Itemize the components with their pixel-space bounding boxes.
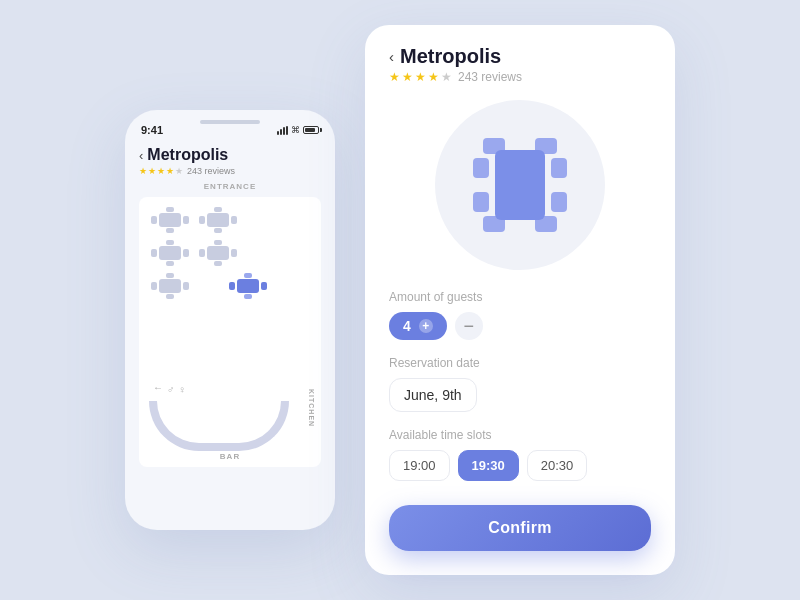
back-row: ‹ Metropolis <box>139 146 321 164</box>
time-slots-label: Available time slots <box>389 428 651 442</box>
phone-notch <box>200 120 260 124</box>
table-unit[interactable] <box>151 273 189 299</box>
star-3: ★ <box>157 166 165 176</box>
table-unit[interactable] <box>199 207 237 233</box>
plus-label: + <box>422 319 429 333</box>
star-1: ★ <box>139 166 147 176</box>
star-5: ★ <box>175 166 183 176</box>
entrance-label: ENTRANCE <box>139 182 321 191</box>
chair-icon <box>214 228 222 233</box>
right-panel: ‹ Metropolis ★ ★ ★ ★ ★ 243 reviews <box>365 25 675 575</box>
restroom-icon: ♀ <box>179 384 187 395</box>
chair-icon <box>214 207 222 212</box>
right-stars-row: ★ ★ ★ ★ ★ 243 reviews <box>389 70 651 84</box>
reviews-left: 243 reviews <box>187 166 235 176</box>
table-icon <box>237 279 259 293</box>
table-row-2 <box>151 240 309 266</box>
table-illustration <box>389 100 651 270</box>
table-unit[interactable] <box>151 207 189 233</box>
signal-icon <box>277 126 288 135</box>
restroom-icons: ♂ ♀ <box>167 384 186 395</box>
table-icon <box>159 246 181 260</box>
table-circle <box>435 100 605 270</box>
status-bar: 9:41 ⌘ <box>125 110 335 140</box>
chair-icon <box>551 158 567 178</box>
restroom-icon: ♂ <box>167 384 175 395</box>
phone-icons: ⌘ <box>277 125 319 135</box>
venue-title-left: Metropolis <box>147 146 228 164</box>
table-main <box>495 150 545 220</box>
guests-label: Amount of guests <box>389 290 651 304</box>
tables-area <box>147 205 313 301</box>
plus-icon[interactable]: + <box>419 319 433 333</box>
star-3: ★ <box>415 70 426 84</box>
chair-icon <box>166 228 174 233</box>
guests-control: 4 + − <box>389 312 651 340</box>
chair-icon <box>214 240 222 245</box>
chair-icon <box>151 249 157 257</box>
chair-icon <box>199 216 205 224</box>
time-slot-1900[interactable]: 19:00 <box>389 450 450 481</box>
chair-icon <box>199 249 205 257</box>
table-icon <box>159 279 181 293</box>
chair-icon <box>244 273 252 278</box>
chair-icon <box>214 261 222 266</box>
chair-icon <box>183 216 189 224</box>
star-2: ★ <box>148 166 156 176</box>
right-stars: ★ ★ ★ ★ ★ <box>389 70 452 84</box>
star-4: ★ <box>166 166 174 176</box>
chair-icon <box>473 192 489 212</box>
chair-icon <box>551 192 567 212</box>
battery-icon <box>303 126 319 134</box>
chair-icon <box>166 294 174 299</box>
chair-icon <box>166 240 174 245</box>
date-input[interactable]: June, 9th <box>389 378 477 412</box>
bar-curve <box>149 401 289 451</box>
table-icon <box>207 246 229 260</box>
confirm-button[interactable]: Confirm <box>389 505 651 551</box>
chair-icon <box>151 216 157 224</box>
table-unit[interactable] <box>151 240 189 266</box>
time-slot-1930[interactable]: 19:30 <box>458 450 519 481</box>
minus-label: − <box>464 317 475 335</box>
chair-icon <box>231 216 237 224</box>
time-slots: 19:00 19:30 20:30 <box>389 450 651 481</box>
guest-count-value: 4 <box>403 318 411 334</box>
chair-icon <box>473 158 489 178</box>
table-unit[interactable] <box>199 240 237 266</box>
chair-icon <box>183 249 189 257</box>
table-icon <box>207 213 229 227</box>
minus-button[interactable]: − <box>455 312 483 340</box>
bar-label: BAR <box>220 452 240 461</box>
chair-icon <box>231 249 237 257</box>
chair-icon <box>183 282 189 290</box>
table-unit-selected[interactable] <box>229 273 267 299</box>
time-slot-2030[interactable]: 20:30 <box>527 450 588 481</box>
wifi-icon: ⌘ <box>291 125 300 135</box>
chair-icon <box>151 282 157 290</box>
floor-plan: ← ♂ ♀ BAR KITCHEN <box>139 197 321 467</box>
right-reviews: 243 reviews <box>458 70 522 84</box>
star-1: ★ <box>389 70 400 84</box>
date-label: Reservation date <box>389 356 651 370</box>
right-back-chevron-icon[interactable]: ‹ <box>389 48 394 65</box>
entry-arrow-icon: ← <box>153 382 163 393</box>
table-icon <box>159 213 181 227</box>
stars-row-left: ★ ★ ★ ★ ★ 243 reviews <box>139 166 321 176</box>
star-2: ★ <box>402 70 413 84</box>
table-3d <box>465 130 575 240</box>
right-header: ‹ Metropolis <box>389 45 651 68</box>
star-4: ★ <box>428 70 439 84</box>
chair-icon <box>229 282 235 290</box>
guest-count-button[interactable]: 4 + <box>389 312 447 340</box>
chair-icon <box>166 207 174 212</box>
right-venue-title: Metropolis <box>400 45 501 68</box>
phone-time: 9:41 <box>141 124 163 136</box>
back-chevron-icon[interactable]: ‹ <box>139 148 143 163</box>
phone-left: 9:41 ⌘ ‹ Metropolis <box>125 110 335 530</box>
kitchen-label: KITCHEN <box>308 389 315 427</box>
chair-icon <box>166 261 174 266</box>
scene: 9:41 ⌘ ‹ Metropolis <box>0 0 800 600</box>
chair-icon <box>261 282 267 290</box>
table-row-3 <box>151 273 309 299</box>
